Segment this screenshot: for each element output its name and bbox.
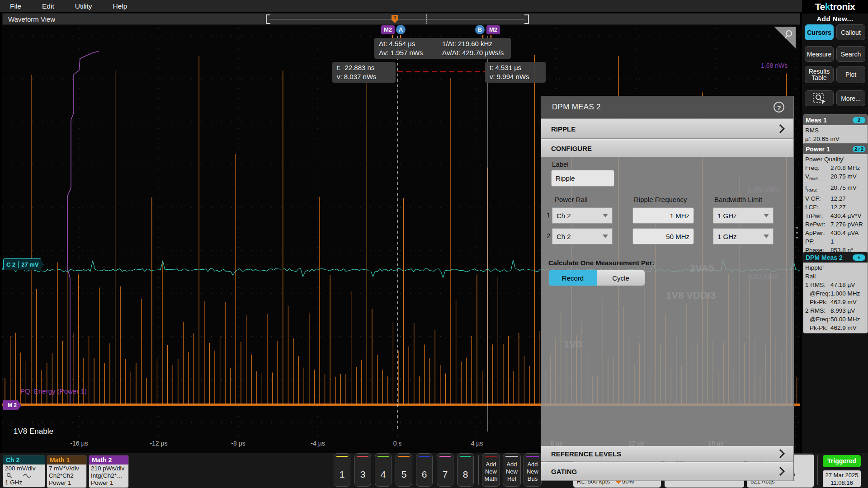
zoom-bar-right-bracket[interactable] [524, 14, 529, 24]
channel-7-button[interactable]: 7 [437, 453, 453, 487]
math-2-badge[interactable]: Math 2 210 pWs/div Intg(Ch2*… Power 1 [89, 455, 129, 488]
dpm-meas-2-rail: Rail [805, 272, 866, 281]
meas-1-results-badge[interactable]: Meas 1 2 RMS µ': 20.65 mV [803, 114, 868, 145]
cursors-button[interactable]: Cursors [805, 24, 834, 40]
x-tick: 0 s [384, 440, 411, 447]
reference-levels-row[interactable]: REFERENCE LEVELS [541, 446, 793, 461]
cursor-a-source-badge[interactable]: M2 [381, 25, 395, 34]
channel-1-button[interactable]: 1 [334, 453, 350, 487]
dpm-meas-2-add-badge[interactable]: + [853, 254, 865, 261]
x-tick: -12 µs [145, 440, 172, 447]
result-row: 2 RMS:8.993 µV [805, 306, 866, 315]
channel-5-button[interactable]: 5 [396, 453, 412, 487]
result-row: TrPwr:430.4 µV*V [805, 211, 866, 220]
cursor-a-readout: t: -22.883 ns v: 8.037 nWs [332, 62, 396, 83]
rail-2-frequency-input[interactable]: 50 MHz [632, 228, 694, 244]
cursor-b-source-badge[interactable]: M2 [486, 25, 500, 34]
channel-2-badge-title: Ch 2 [3, 455, 45, 465]
status-divider [817, 455, 818, 485]
add-new-heading: Add New... [802, 15, 868, 23]
zoom-select-button[interactable] [805, 90, 834, 106]
result-row: 1 RMS:47.18 µV [805, 281, 866, 289]
label-input[interactable]: Ripple [551, 170, 614, 187]
menu-help[interactable]: Help [113, 2, 127, 10]
c2-label: C 2 [6, 261, 15, 268]
add-new-bus-button[interactable]: Add New Bus [524, 453, 542, 487]
menu-edit[interactable]: Edit [42, 2, 54, 10]
add-new-math-button[interactable]: Add New Math [482, 453, 500, 487]
rail-1-source-dropdown[interactable]: Ch 2 [552, 207, 613, 224]
result-row: I CF:12.27 [805, 203, 866, 211]
cursor-b-badge[interactable]: B [475, 25, 485, 34]
trigger-position-icon[interactable]: T [392, 15, 398, 23]
menu-bar: File Edit Utility Help [0, 0, 802, 12]
ripple-section-row[interactable]: RIPPLE [541, 119, 793, 139]
callout-button[interactable]: Callout [836, 24, 865, 40]
power-1-count-badge: 2 ∕ 2 [853, 146, 865, 152]
math-2-reference-flag[interactable]: M 2 [3, 400, 21, 410]
result-row: Freq:270.8 MHz [805, 164, 866, 172]
power-1-results-badge[interactable]: Power 1 2 ∕ 2 Power Quality' Freq:270.8 … [803, 143, 868, 256]
x-tick: -8 µs [225, 440, 252, 447]
channel-4-button[interactable]: 4 [375, 453, 392, 487]
chevron-right-icon [776, 124, 785, 133]
menu-file[interactable]: File [10, 2, 21, 10]
gating-row[interactable]: GATING [541, 462, 793, 480]
cursor-a-badge[interactable]: A [396, 25, 406, 34]
zoom-bar-left-bracket[interactable] [266, 14, 270, 24]
channel-8-button[interactable]: 8 [457, 453, 474, 487]
rail-1-frequency-input[interactable]: 1 MHz [632, 207, 694, 224]
panel-drag-grip[interactable] [795, 225, 799, 240]
search-button[interactable]: Search [836, 46, 865, 62]
ripple-frequency-column-label: Ripple Frequency [634, 196, 687, 203]
measure-button[interactable]: Measure [805, 46, 834, 62]
x-tick: 4 µs [463, 440, 491, 447]
bottom-bar-divider [478, 455, 479, 485]
channel-6-button[interactable]: 6 [416, 453, 433, 487]
pq-energy-label: PQ: Energy (Power 1) [20, 387, 87, 395]
more-button[interactable]: More... [836, 90, 865, 106]
label-caption: Label [552, 160, 569, 168]
zoom-corner-magnifier-icon [783, 29, 793, 39]
rail-2-bandwidth-dropdown[interactable]: 1 GHz [713, 228, 774, 244]
ripple-row-label: RIPPLE [551, 125, 576, 133]
cursor-b-value: v: 9.994 nWs [490, 72, 541, 81]
panel-header[interactable]: DPM MEAS 2 ? [541, 96, 793, 118]
bandwidth-limit-column-label: Bandwidth Limit [714, 196, 762, 203]
chevron-right-icon [776, 449, 785, 458]
math-2-source: Power 1 [91, 479, 127, 487]
channel-2-scale: 200 mV/div [5, 465, 43, 472]
cursor-delta-readout: Δt: 4.554 µs1/Δt: 219.60 kHz Δv: 1.957 n… [374, 38, 511, 59]
horizontal-zoom-overview-bar[interactable]: T [266, 14, 529, 24]
add-new-ref-button[interactable]: Add New Ref [503, 453, 521, 487]
menu-utility[interactable]: Utility [75, 2, 92, 10]
gating-label: GATING [551, 468, 577, 475]
meas-1-value: µ': 20.65 mV [805, 135, 866, 143]
logo-k: k [825, 1, 830, 12]
math-1-source: Power 1 [49, 479, 85, 487]
channel-2-scale-flag[interactable]: C 2 27 mV [3, 258, 44, 270]
math-1-badge[interactable]: Math 1 7 mV*V/div Ch2*Ch2 Power 1 [47, 455, 87, 488]
plot-button[interactable]: Plot [836, 66, 865, 83]
dpm-meas-2-results-badge[interactable]: DPM Meas 2 + Ripple' Rail 1 RMS:47.18 µV… [803, 252, 868, 333]
channel-2-badge[interactable]: Ch 2 200 mV/div 1 GHz [3, 455, 45, 488]
tab-waveform-view[interactable]: Waveform View [8, 15, 55, 23]
trigger-status-badge: Triggered [823, 455, 861, 467]
meas-1-title: Meas 1 [806, 117, 853, 124]
channel-3-button[interactable]: 3 [354, 453, 371, 487]
sidebar-divider [804, 87, 866, 87]
math-2-scale: 210 pWs/div [91, 465, 127, 472]
rail-1-source-value: Ch 2 [557, 212, 571, 220]
cycle-button[interactable]: Cycle [597, 270, 645, 286]
tektronix-logo: Tektronix [802, 0, 868, 14]
logo-text: Te [815, 1, 825, 12]
rail-1-bandwidth-value: 1 GHz [717, 212, 737, 220]
configure-section-row[interactable]: CONFIGURE [541, 139, 793, 157]
record-button[interactable]: Record [549, 270, 597, 286]
results-table-button[interactable]: Results Table [805, 66, 834, 83]
probe-icon [6, 473, 13, 479]
rail-1-bandwidth-dropdown[interactable]: 1 GHz [713, 207, 774, 224]
help-icon[interactable]: ? [774, 102, 784, 113]
rail-2-source-dropdown[interactable]: Ch 2 [552, 228, 613, 244]
power-1-subtitle: Power Quality' [805, 155, 866, 164]
